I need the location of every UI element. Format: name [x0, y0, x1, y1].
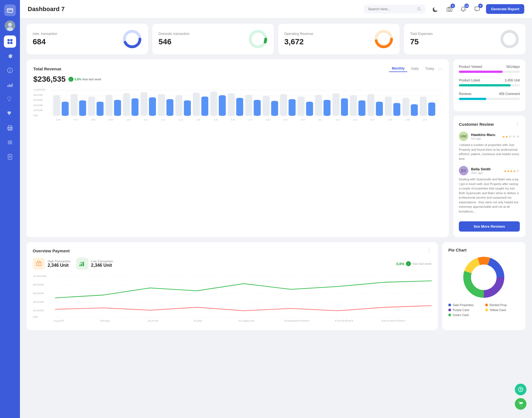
svg-text:10: 10	[126, 119, 131, 121]
svg-text:08: 08	[91, 119, 96, 121]
svg-rect-55	[97, 102, 104, 116]
payment-low: Low Transaction 2,346 Unit	[76, 258, 113, 270]
chat-icon-btn[interactable]: 5	[472, 4, 482, 14]
svg-rect-64	[175, 95, 182, 116]
svg-rect-24	[9, 156, 11, 156]
svg-text:400k: 400k	[33, 300, 44, 303]
svg-rect-54	[88, 97, 95, 116]
tab-today[interactable]: Today	[423, 66, 437, 72]
legend-rented-prop: Rented Prop	[485, 303, 519, 307]
svg-rect-50	[53, 95, 60, 116]
svg-text:1000k: 1000k	[33, 275, 47, 278]
sidebar-item-settings[interactable]	[4, 50, 16, 62]
more-options-icon[interactable]: ···	[438, 66, 442, 72]
sidebar-logo[interactable]	[4, 4, 16, 16]
sidebar-item-info[interactable]	[4, 64, 16, 76]
svg-rect-53	[79, 100, 86, 116]
see-more-reviews-button[interactable]: See More Reviews	[459, 221, 520, 232]
legend-dot-sale	[448, 304, 451, 306]
sidebar-item-menu[interactable]	[4, 136, 16, 148]
dark-mode-toggle[interactable]	[431, 4, 441, 14]
sidebar-item-print[interactable]	[4, 122, 16, 134]
metric-product-listed-value: 3,456 Unit	[505, 78, 520, 82]
revenue-label: Operating Revenue	[284, 32, 313, 36]
metric-reviews: Reviews 456 Comment	[459, 92, 520, 100]
metric-product-viewed-fill	[459, 71, 503, 73]
svg-text:0k: 0k	[33, 114, 38, 117]
tab-daily[interactable]: Daily	[408, 66, 421, 72]
payment-more-options[interactable]: ⋮	[427, 248, 432, 254]
payment-low-label: Low Transaction	[91, 260, 113, 263]
sidebar-item-analytics[interactable]	[4, 79, 16, 91]
svg-text:22: 22	[336, 119, 340, 121]
svg-rect-59	[132, 98, 139, 116]
payment-change-pct: 0,8%	[396, 262, 405, 266]
svg-point-3	[8, 23, 12, 27]
inter-value: 684	[33, 37, 57, 46]
sidebar-item-wishlist[interactable]	[4, 107, 16, 120]
reviewer-time-0: 5m ago	[471, 137, 495, 140]
svg-rect-118	[80, 265, 81, 266]
review-item-0: HM Hawkins Maru 5m ago ★★★★★ I viewed a …	[459, 132, 520, 161]
svg-rect-21	[8, 142, 12, 143]
svg-text:600k: 600k	[33, 292, 44, 295]
svg-rect-78	[298, 97, 305, 116]
avatar[interactable]	[5, 20, 15, 31]
svg-text:20: 20	[301, 119, 305, 121]
sidebar-item-dashboard[interactable]	[4, 35, 16, 48]
svg-rect-1	[8, 11, 9, 11]
svg-rect-72	[245, 95, 252, 116]
sidebar-item-favorites[interactable]	[4, 93, 16, 105]
tab-monthly[interactable]: Monthly	[389, 65, 407, 72]
svg-text:13: 13	[178, 119, 183, 121]
svg-rect-20	[8, 141, 12, 141]
expenses-donut	[500, 29, 519, 49]
reviews-more-options[interactable]: ⋮	[515, 121, 520, 127]
svg-text:400k: 400k	[33, 104, 43, 107]
svg-rect-14	[10, 85, 11, 87]
inter-donut	[122, 29, 142, 49]
svg-rect-80	[315, 95, 322, 116]
search-input[interactable]	[368, 7, 415, 11]
float-support-button[interactable]	[515, 384, 526, 395]
svg-text:600k: 600k	[33, 99, 43, 102]
sidebar-item-reports[interactable]	[4, 151, 16, 163]
svg-rect-89	[393, 103, 400, 116]
legend-dot-green	[448, 314, 451, 316]
svg-text:09: 09	[109, 119, 113, 121]
payment-card: Overview Payment ⋮ High Transaction 2,34…	[27, 242, 438, 330]
generate-report-button[interactable]: Generate Report	[486, 4, 524, 14]
legend-purple-card: Purple Card	[448, 308, 482, 312]
legend-label-rented: Rented Prop	[490, 303, 507, 307]
svg-rect-91	[411, 104, 418, 116]
stat-card-inter: Inter. transaction 684	[27, 24, 148, 54]
revenue-donut	[374, 29, 393, 49]
svg-rect-70	[228, 93, 235, 116]
search-box[interactable]	[364, 5, 425, 14]
metric-reviews-label: Reviews	[459, 92, 471, 96]
svg-rect-69	[219, 95, 226, 116]
svg-point-117	[38, 263, 39, 265]
revenue-amount-display: $236,535 ↑ 0,8% than last week	[33, 75, 442, 84]
float-cart-button[interactable]	[515, 398, 526, 410]
svg-text:26: 26	[405, 119, 410, 121]
svg-rect-16	[8, 125, 12, 128]
metric-reviews-value: 456 Comment	[499, 92, 520, 96]
svg-rect-87	[376, 102, 383, 116]
legend-label-purple: Purple Card	[453, 308, 469, 312]
content-area: Inter. transaction 684 Domestic transact…	[20, 18, 532, 418]
payment-high-value: 2,346 Unit	[48, 263, 71, 268]
bell-icon-btn[interactable]: 12	[458, 4, 468, 14]
svg-rect-7	[7, 42, 10, 44]
metric-product-listed-bar	[459, 84, 520, 86]
legend-green-card: Green Card	[448, 313, 482, 317]
svg-text:14: 14	[196, 119, 201, 121]
payment-change: 0,8% ↑ than last week	[396, 258, 432, 270]
camera-icon-btn[interactable]: 2	[444, 4, 454, 14]
svg-text:July: July	[193, 319, 203, 322]
svg-text:June: June	[147, 319, 158, 322]
svg-rect-10	[10, 70, 10, 72]
svg-text:200k: 200k	[33, 109, 43, 112]
header: Dashboard 7 2 12 5 Generate Report	[20, 0, 532, 18]
svg-point-36	[502, 31, 517, 47]
